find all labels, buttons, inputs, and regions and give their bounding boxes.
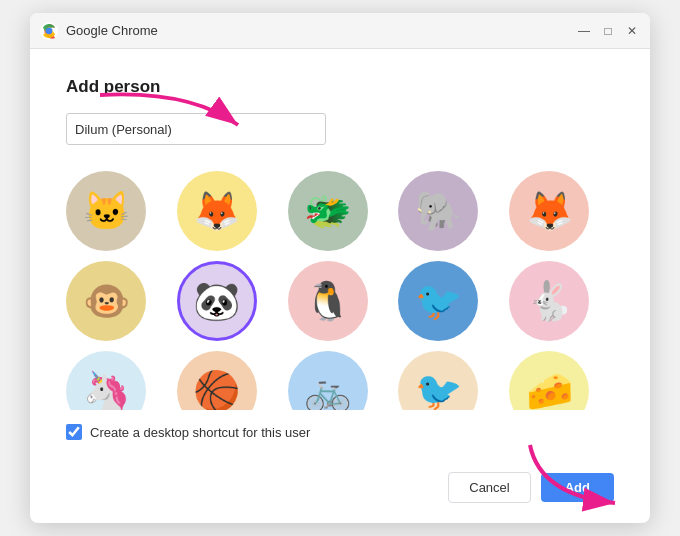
maximize-button[interactable]: □ bbox=[600, 23, 616, 39]
chrome-window: Google Chrome — □ ✕ Add person 🐱🦊🐲🐘🦊🐵🐼🐧🐦… bbox=[30, 13, 650, 523]
avatar-elephant[interactable]: 🐘 bbox=[398, 171, 478, 251]
minimize-button[interactable]: — bbox=[576, 23, 592, 39]
name-input[interactable] bbox=[66, 113, 326, 145]
avatar-basketball[interactable]: 🏀 bbox=[177, 351, 257, 410]
avatar-origami-fox[interactable]: 🦊 bbox=[509, 171, 589, 251]
desktop-shortcut-label: Create a desktop shortcut for this user bbox=[90, 425, 310, 440]
window-controls: — □ ✕ bbox=[576, 23, 640, 39]
chrome-logo bbox=[40, 22, 58, 40]
avatar-cat[interactable]: 🐱 bbox=[66, 171, 146, 251]
avatar-unicorn[interactable]: 🦄 bbox=[66, 351, 146, 410]
avatar-fox[interactable]: 🦊 bbox=[177, 171, 257, 251]
avatar-monkey[interactable]: 🐵 bbox=[66, 261, 146, 341]
avatar-cheese[interactable]: 🧀 bbox=[509, 351, 589, 410]
svg-point-1 bbox=[46, 27, 53, 34]
avatar-cardinal[interactable]: 🐦 bbox=[398, 351, 478, 410]
window-title: Google Chrome bbox=[66, 23, 576, 38]
avatar-bird-blue[interactable]: 🐦 bbox=[398, 261, 478, 341]
avatar-bike[interactable]: 🚲 bbox=[288, 351, 368, 410]
cancel-button[interactable]: Cancel bbox=[448, 472, 530, 503]
checkbox-row: Create a desktop shortcut for this user bbox=[66, 424, 614, 440]
avatars-section: 🐱🦊🐲🐘🦊🐵🐼🐧🐦🐇🦄🏀🚲🐦🧀 bbox=[66, 167, 614, 410]
avatars-grid: 🐱🦊🐲🐘🦊🐵🐼🐧🐦🐇🦄🏀🚲🐦🧀 bbox=[66, 167, 614, 410]
avatar-rabbit[interactable]: 🐇 bbox=[509, 261, 589, 341]
close-button[interactable]: ✕ bbox=[624, 23, 640, 39]
name-input-row bbox=[66, 113, 614, 145]
dialog-window: Google Chrome — □ ✕ Add person 🐱🦊🐲🐘🦊🐵🐼🐧🐦… bbox=[30, 13, 650, 523]
dialog-content: Add person 🐱🦊🐲🐘🦊🐵🐼🐧🐦🐇🦄🏀🚲🐦🧀 Create a desk… bbox=[30, 49, 650, 460]
avatars-grid-container[interactable]: 🐱🦊🐲🐘🦊🐵🐼🐧🐦🐇🦄🏀🚲🐦🧀 bbox=[66, 167, 614, 410]
avatar-penguin[interactable]: 🐧 bbox=[288, 261, 368, 341]
avatar-dragon[interactable]: 🐲 bbox=[288, 171, 368, 251]
avatar-panda[interactable]: 🐼 bbox=[177, 261, 257, 341]
dialog-footer: Cancel Add bbox=[30, 460, 650, 523]
dialog-title: Add person bbox=[66, 77, 614, 97]
desktop-shortcut-checkbox[interactable] bbox=[66, 424, 82, 440]
add-button[interactable]: Add bbox=[541, 473, 614, 502]
titlebar: Google Chrome — □ ✕ bbox=[30, 13, 650, 49]
